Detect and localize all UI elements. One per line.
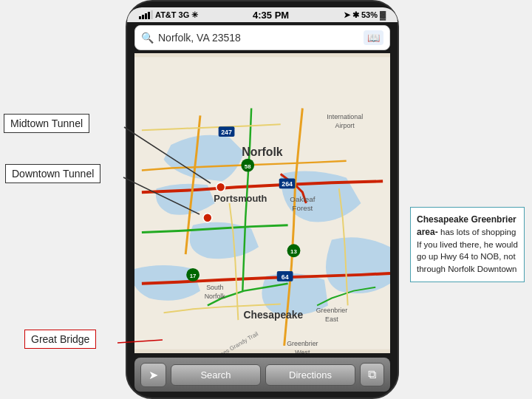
status-right: ➤ ✱ 53% ▓ — [344, 10, 386, 20]
location-button[interactable]: ➤ — [140, 363, 166, 387]
midtown-tunnel-text: Midtown Tunnel — [10, 117, 83, 129]
status-bar: AT&T 3G ✳ 4:35 PM ➤ ✱ 53% ▓ — [127, 7, 398, 22]
search-query: Norfolk, VA 23518 — [158, 32, 359, 44]
info-box: Chesapeake Greenbrier area- has lots of … — [410, 207, 525, 282]
svg-text:International: International — [327, 113, 363, 120]
network-label: 3G — [179, 10, 190, 19]
downtown-tunnel-text: Downtown Tunnel — [12, 168, 94, 180]
signal-bars — [139, 10, 153, 19]
svg-text:Forest: Forest — [292, 204, 313, 212]
location-icon: ➤ — [149, 369, 158, 381]
svg-text:West: West — [295, 349, 310, 353]
battery-icon: ▓ — [380, 10, 386, 19]
pages-icon: ⧉ — [368, 368, 376, 381]
svg-text:Portsmouth: Portsmouth — [214, 193, 267, 204]
great-bridge-text: Great Bridge — [31, 333, 89, 345]
map-area[interactable]: Norfolk Portsmouth Oakleaf Forest Chesap… — [134, 53, 390, 353]
search-bar[interactable]: 🔍 Norfolk, VA 23518 📖 — [134, 25, 390, 50]
signal-icon: ✳ — [191, 10, 198, 20]
svg-text:64: 64 — [282, 273, 289, 281]
carrier-label: AT&T — [155, 10, 177, 19]
svg-text:East: East — [325, 316, 338, 323]
directions-button[interactable]: Directions — [265, 364, 355, 386]
svg-text:13: 13 — [290, 248, 297, 255]
arrow-icon: ➤ — [344, 10, 350, 20]
svg-point-2 — [203, 214, 212, 222]
bottom-toolbar: ➤ Search Directions ⧉ — [134, 358, 390, 392]
time-label: 4:35 PM — [253, 10, 289, 21]
book-icon[interactable]: 📖 — [364, 30, 383, 45]
svg-text:Oakleaf: Oakleaf — [290, 195, 315, 203]
svg-text:17: 17 — [190, 273, 197, 279]
svg-text:58: 58 — [245, 163, 251, 170]
directions-button-label: Directions — [289, 369, 332, 381]
battery-label: 53% — [361, 10, 378, 19]
svg-text:Airport: Airport — [335, 122, 355, 129]
search-icon: 🔍 — [141, 32, 154, 44]
svg-text:South: South — [206, 284, 223, 291]
phone-frame: AT&T 3G ✳ 4:35 PM ➤ ✱ 53% ▓ 🔍 Norfolk, V… — [126, 0, 399, 399]
bluetooth-icon: ✱ — [352, 10, 359, 20]
svg-text:Greenbrier: Greenbrier — [287, 340, 318, 347]
svg-point-1 — [216, 183, 225, 191]
status-left: AT&T 3G ✳ — [139, 10, 198, 20]
search-button[interactable]: Search — [171, 364, 261, 386]
svg-text:Norfolk: Norfolk — [205, 293, 226, 300]
svg-text:Norfolk: Norfolk — [242, 146, 283, 158]
midtown-tunnel-label: Midtown Tunnel — [4, 114, 89, 133]
svg-text:Greenbrier: Greenbrier — [316, 307, 347, 314]
downtown-tunnel-label: Downtown Tunnel — [5, 164, 100, 183]
pages-button[interactable]: ⧉ — [360, 363, 384, 386]
svg-text:Chesapeake: Chesapeake — [243, 309, 303, 321]
svg-text:264: 264 — [282, 180, 293, 188]
svg-text:247: 247 — [221, 129, 232, 136]
search-button-label: Search — [200, 369, 231, 381]
great-bridge-label: Great Bridge — [24, 330, 96, 349]
